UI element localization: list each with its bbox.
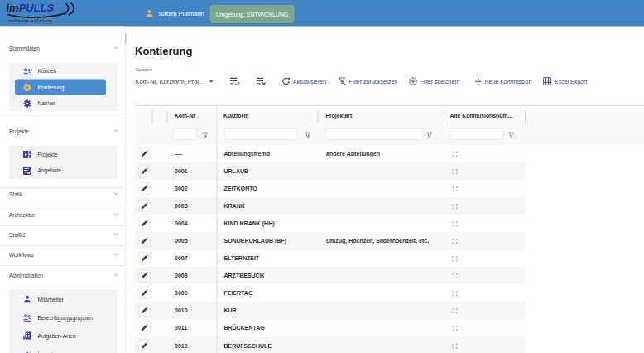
filter-input-projektart[interactable] [326,128,423,140]
dots-icon [452,291,458,297]
select-all-columns-button[interactable] [229,75,240,88]
sidebar-section-administration[interactable]: Administration [0,266,124,286]
sidebar-item-kontierung[interactable]: Kontierung [15,80,106,96]
sidebar-item-kunden[interactable]: Kunden [15,63,106,80]
column-header-kom-nr[interactable]: Kom-Nr [175,113,195,119]
column-header-kurzform[interactable]: Kurzform [223,113,248,119]
pencil-icon [141,219,149,227]
table-row[interactable]: 0004 KIND KRANK (HH) [135,215,525,232]
app-logo[interactable]: imPULLS software-solutions [6,2,89,26]
funnel-icon[interactable] [202,132,209,138]
sidebar-item-importe[interactable]: Importe [15,345,106,353]
sidebar-item-mitarbeiter[interactable]: Mitarbeiter [15,290,106,308]
pencil-icon [141,149,149,157]
logo-subtitle: software-solutions [9,18,53,23]
cell-kom-nr: 0008 [175,267,188,284]
sidebar-section-statik1[interactable]: Statik1 [0,225,124,245]
filter-reset-button[interactable]: Filter zurücksetzen [338,75,397,88]
dots-icon [452,151,458,157]
deselect-all-columns-button[interactable] [256,75,267,88]
table-row[interactable]: 0005 SONDERURLAUB (BF) Umzug, Hochzeit, … [135,232,525,249]
excel-export-button[interactable]: Excel Export [543,75,588,88]
column-separator [318,111,319,123]
sidebar-section-label: Workflows [9,252,34,259]
sidebar-panel-administration: Mitarbeiter Berechtigungsgruppen Aufgabe… [9,289,117,353]
filter-save-button[interactable]: Filter speichern [409,75,459,88]
edit-row-button[interactable] [139,340,151,352]
new-commission-button[interactable]: Neue Kommission [475,75,532,88]
edit-row-button[interactable] [139,269,151,282]
table-row[interactable]: 0002 ZEITKONTO [135,180,525,197]
cell-projektart: Umzug, Hochzeit, Silberhochzeit, etc. [326,232,429,249]
edit-row-button[interactable] [139,147,151,160]
table-row[interactable]: 0001 URLAUB [135,162,525,180]
table-row[interactable]: 0012 BERUFSSCHULE [135,336,525,353]
column-header-alte-kommisionsnummer[interactable]: Alte Kommisionsnum... [450,113,513,119]
table-row[interactable]: ---- Abteilungsfremd andere Abteilungen [135,145,525,162]
edit-row-button[interactable] [139,287,151,299]
filter-input-alte-kommisionsnummer[interactable] [450,128,504,140]
cell-kom-nr: 0001 [175,162,188,180]
dots-icon [452,273,458,279]
edit-row-button[interactable] [139,304,151,317]
edit-row-button[interactable] [139,165,151,177]
columns-select[interactable]: Kom-Nr, Kurzform, Proj... [136,75,214,87]
edit-row-button[interactable] [139,322,151,334]
edit-row-button[interactable] [139,235,151,247]
sidebar-section-architektur[interactable]: Architektur [0,206,124,225]
cell-kurzform: BRÜCKENTAG [224,319,265,336]
chevron-up-icon [113,46,118,50]
table-row[interactable]: 0008 ARZTBESUCH [135,267,525,284]
table-row[interactable]: 0010 KUR [135,302,525,319]
chevron-up-icon [113,273,118,277]
sidebar-section-workflows[interactable]: Workflows [0,245,124,265]
sidebar-section-projekte[interactable]: Projekte [0,122,124,142]
funnel-icon[interactable] [508,132,515,138]
sidebar-divider [0,118,124,118]
edit-row-button[interactable] [139,200,151,212]
table-row[interactable]: 0003 KRANK [135,197,525,215]
funnel-icon[interactable] [305,132,311,138]
edit-row-button[interactable] [139,182,151,195]
toolbar-button-label: Filter zurücksetzen [349,78,398,85]
grid-body: ---- Abteilungsfremd andere Abteilungen … [135,145,644,353]
chevron-down-icon [113,233,118,236]
sidebar-item-aufgaben-arten[interactable]: Aufgaben-Arten [15,326,106,345]
edit-row-button[interactable] [139,252,151,264]
pencil-icon [141,324,149,332]
dots-icon [452,238,458,244]
filter-input-kom-nr[interactable] [172,128,197,140]
cell-kom-nr: 0012 [175,336,188,353]
table-row[interactable]: 0007 ELTERNZEIT [135,249,525,267]
sidebar-item-berechtigungsgruppen[interactable]: Berechtigungsgruppen [15,308,106,326]
pencil-icon [141,254,149,263]
table-row[interactable]: 0009 FEIERTAG [135,284,525,302]
filter-input-kurzform[interactable] [224,128,296,140]
sidebar-item-label: Namen [38,100,55,107]
refresh-button[interactable]: Aktualisieren [282,75,327,88]
column-header-projektart[interactable]: Projektart [326,113,353,119]
cell-kurzform: URLAUB [224,162,249,180]
sidebar-item-label: Berechtigungsgruppen [38,314,93,321]
sidebar-section-label: Architektur [9,212,35,219]
edit-row-button[interactable] [139,217,151,230]
plus-icon [475,78,483,85]
pencil-icon [141,289,149,297]
dots-icon [452,326,458,331]
sidebar-item-namen[interactable]: Namen [15,95,106,112]
sidebar-item-angebote[interactable]: Angebote [15,162,106,179]
sidebar-item-label: Aufgaben-Arten [38,332,76,339]
sidebar-panel-projekte: Projekte Angebote [9,146,117,179]
funnel-icon[interactable] [426,132,433,138]
sidebar-section-stammdaten[interactable]: Stammdaten [0,39,124,59]
sidebar-section-statik[interactable]: Statik [0,185,124,205]
caret-down-icon [209,80,214,84]
logo-text: imPULLS [7,2,55,14]
dots-icon [452,186,458,191]
sidebar-scrollbar-thumb[interactable] [125,33,127,44]
sidebar-item-projekte[interactable]: Projekte [15,147,106,163]
sidebar-scrollbar[interactable] [125,27,127,353]
sidebar-item-label: Mitarbeiter [38,296,64,302]
toolbar-button-label: Neue Kommission [485,78,532,85]
table-row[interactable]: 0011 BRÜCKENTAG [135,319,525,336]
